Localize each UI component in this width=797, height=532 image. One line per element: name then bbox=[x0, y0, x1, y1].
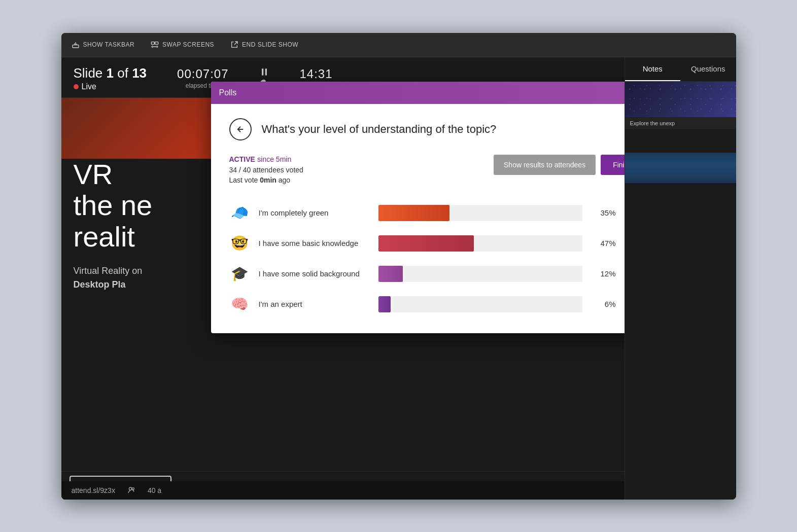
option-emoji-2: 🎓 bbox=[229, 263, 251, 285]
svg-rect-0 bbox=[73, 45, 79, 48]
option-label-2: I have some solid background bbox=[259, 269, 370, 278]
poll-option-3: 🧠 I'm an expert 6% (2) bbox=[229, 294, 625, 315]
option-emoji-1: 🤓 bbox=[229, 233, 251, 254]
polls-actions: Show results to attendees Finish bbox=[494, 155, 624, 175]
slide-thumb-label: Explore the unexp bbox=[625, 117, 736, 129]
option-bar-3 bbox=[378, 296, 391, 312]
option-bar-0 bbox=[378, 205, 450, 221]
option-label-3: I'm an expert bbox=[259, 300, 370, 308]
option-label-1: I have some basic knowledge bbox=[259, 239, 370, 247]
main-area: Slide 1 of 13 Live 00:07:07 elapsed time bbox=[61, 57, 736, 500]
toolbar: SHOW TASKBAR SWAP SCREENS END SLIDE SHOW bbox=[61, 33, 736, 57]
option-count-3: (2) bbox=[624, 300, 625, 308]
tab-notes[interactable]: Notes bbox=[625, 57, 681, 81]
option-count-2: (4) bbox=[624, 269, 625, 278]
footer-info: attend.sl/9z3x 40 a bbox=[61, 481, 625, 500]
poll-option-2: 🎓 I have some solid background 12% (4) bbox=[229, 263, 625, 285]
app-window: SHOW TASKBAR SWAP SCREENS END SLIDE SHOW bbox=[61, 33, 736, 500]
slide-info: Slide 1 of 13 Live bbox=[74, 65, 147, 91]
svg-rect-2 bbox=[155, 42, 158, 45]
live-indicator: Live bbox=[74, 82, 147, 91]
live-dot bbox=[74, 84, 79, 89]
vr-headline: VR the ne realit bbox=[74, 159, 153, 253]
option-label-0: I'm completely green bbox=[259, 208, 370, 217]
finish-poll-button[interactable]: Finish bbox=[601, 155, 624, 175]
slide-thumbnail-top: Explore the unexp bbox=[625, 82, 736, 153]
option-bar-container-0 bbox=[378, 205, 582, 221]
svg-rect-3 bbox=[262, 68, 263, 75]
slide-thumb-stars bbox=[625, 82, 736, 117]
option-bar-2 bbox=[378, 266, 403, 282]
right-panel-content: Explore the unexp bbox=[625, 82, 736, 500]
polls-active-status: ACTIVE since 5min bbox=[229, 155, 303, 164]
polls-question-text: What's your level of understanding of th… bbox=[262, 123, 497, 136]
polls-body: What's your level of understanding of th… bbox=[211, 104, 625, 333]
polls-status-left: ACTIVE since 5min 34 / 40 attendees vote… bbox=[229, 155, 303, 184]
presenter-area: Slide 1 of 13 Live 00:07:07 elapsed time bbox=[61, 57, 625, 500]
svg-point-7 bbox=[129, 487, 131, 490]
option-count-0: (12) bbox=[624, 208, 625, 217]
polls-status-row: ACTIVE since 5min 34 / 40 attendees vote… bbox=[229, 155, 625, 184]
svg-rect-4 bbox=[265, 68, 266, 75]
option-emoji-0: 🧢 bbox=[229, 202, 251, 224]
option-pct-3: 6% bbox=[591, 300, 616, 308]
elapsed-time-value: 00:07:07 bbox=[177, 67, 228, 81]
attendees-icon bbox=[127, 486, 135, 494]
option-pct-2: 12% bbox=[591, 269, 616, 278]
option-count-1: (16) bbox=[624, 239, 625, 247]
option-bar-container-1 bbox=[378, 235, 582, 252]
svg-point-8 bbox=[132, 487, 134, 489]
polls-header: Polls × bbox=[211, 82, 625, 104]
poll-options: 🧢 I'm completely green 35% (12) bbox=[229, 202, 625, 315]
right-panel-tabs: Notes Questions bbox=[625, 57, 736, 82]
slide-number: Slide 1 of 13 bbox=[74, 65, 147, 81]
end-slideshow-button[interactable]: END SLIDE SHOW bbox=[230, 41, 298, 49]
polls-back-button[interactable] bbox=[229, 118, 252, 140]
current-time-value: 14:31 bbox=[300, 67, 333, 81]
polls-question-row: What's your level of understanding of th… bbox=[229, 118, 625, 140]
slide-thumbnail-bottom bbox=[625, 153, 736, 183]
option-bar-container-2 bbox=[378, 266, 582, 282]
svg-rect-1 bbox=[151, 42, 154, 45]
stars-background bbox=[625, 82, 736, 117]
footer-url: attend.sl/9z3x bbox=[72, 486, 115, 494]
polls-title: Polls bbox=[219, 88, 237, 97]
live-label: Live bbox=[82, 82, 96, 91]
show-results-button[interactable]: Show results to attendees bbox=[494, 155, 596, 175]
option-bar-1 bbox=[378, 235, 474, 252]
option-pct-1: 47% bbox=[591, 239, 616, 247]
tab-questions[interactable]: Questions bbox=[680, 57, 736, 81]
option-emoji-3: 🧠 bbox=[229, 294, 251, 315]
pause-icon[interactable] bbox=[259, 67, 269, 77]
city-overlay bbox=[625, 163, 736, 183]
polls-voted-count: 34 / 40 attendees voted bbox=[229, 166, 303, 174]
polls-last-vote: Last vote 0min ago bbox=[229, 176, 303, 184]
poll-option-1: 🤓 I have some basic knowledge 47% (16) bbox=[229, 233, 625, 254]
show-taskbar-button[interactable]: SHOW TASKBAR bbox=[72, 41, 135, 49]
right-panel: Notes Questions Explore the unexp bbox=[625, 57, 736, 500]
swap-screens-button[interactable]: SWAP SCREENS bbox=[151, 41, 214, 49]
vr-subtitle: Virtual Reality on Desktop Pla bbox=[74, 264, 153, 292]
slide-text-content: VR the ne realit Virtual Reality on Desk… bbox=[74, 159, 153, 292]
footer-attendees: 40 a bbox=[148, 486, 161, 494]
option-pct-0: 35% bbox=[591, 208, 616, 217]
poll-option-0: 🧢 I'm completely green 35% (12) bbox=[229, 202, 625, 224]
option-bar-container-3 bbox=[378, 296, 582, 312]
polls-modal: Polls × What's your level of un bbox=[211, 82, 625, 333]
